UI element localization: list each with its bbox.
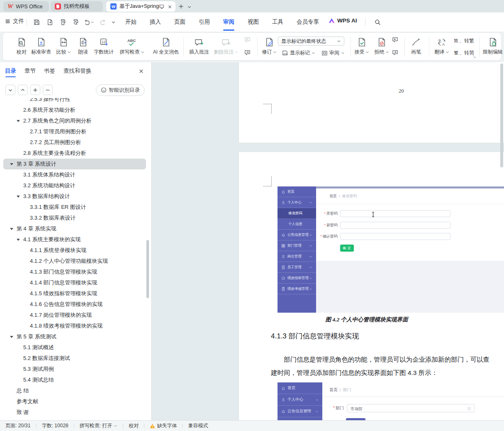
undo-chevron-icon[interactable] bbox=[90, 18, 95, 26]
expand-down-button[interactable] bbox=[5, 85, 15, 95]
menu-item[interactable]: 会员专享 bbox=[296, 18, 320, 26]
toc-item[interactable]: 4.1.8 绩效考核管理模块的实现 bbox=[0, 321, 149, 331]
previous-change-button[interactable] bbox=[392, 37, 399, 43]
expand-all-button[interactable] bbox=[30, 85, 40, 95]
toc-item[interactable]: 2.7.2 员工用例图分析 bbox=[0, 137, 149, 148]
admin-sidebar-item[interactable]: 个人中心 bbox=[278, 394, 322, 406]
toc-item[interactable]: 2.5.3 操作可行性 bbox=[0, 98, 149, 105]
admin-sidebar-item[interactable]: 员工管理 bbox=[278, 262, 316, 273]
print-preview-button[interactable] bbox=[71, 18, 80, 26]
export-button[interactable] bbox=[46, 18, 54, 26]
wps-ai-menu[interactable]: WPS AI bbox=[329, 17, 357, 24]
menu-item[interactable]: 页面 bbox=[173, 18, 186, 26]
simplified-to-traditional-button[interactable]: 简→ 转繁 bbox=[454, 37, 474, 44]
tab-wps-office[interactable]: W WPS Office bbox=[3, 1, 49, 12]
spellcheck-toggle[interactable]: 拼写检查: 打开 bbox=[80, 422, 118, 429]
toc-item[interactable]: 第 3 章 系统设计 bbox=[3, 159, 146, 169]
missing-font-warning[interactable]: 缺失字体 bbox=[150, 422, 177, 429]
word-count-indicator[interactable]: 字数: 10028 bbox=[42, 422, 68, 429]
show-markup-button[interactable]: 显示标记 bbox=[282, 49, 315, 56]
share-to-screen-icon[interactable] bbox=[158, 2, 166, 11]
print-button[interactable] bbox=[58, 18, 67, 26]
confirm-password-input[interactable] bbox=[340, 233, 450, 240]
toc-item[interactable]: 3.3.2 数据库表设计 bbox=[0, 213, 149, 223]
standard-review-button[interactable]: 标准审查 bbox=[29, 36, 54, 59]
tab-docer-templates[interactable]: 找稻壳模板 bbox=[51, 1, 103, 12]
toc-item[interactable]: 2.6 系统开发功能分析 bbox=[0, 105, 149, 115]
next-comment-button[interactable] bbox=[244, 49, 251, 56]
track-changes-button[interactable]: 修订 bbox=[260, 36, 278, 59]
toc-item[interactable]: 第 5 章 系统测试 bbox=[0, 331, 149, 342]
file-menu[interactable]: 文件 bbox=[5, 17, 24, 25]
toc-collapse-arrow[interactable] bbox=[10, 163, 13, 165]
page-indicator[interactable]: 页面: 20/31 bbox=[5, 422, 31, 429]
toc-item[interactable]: 4.1.3 部门信息管理模块实现 bbox=[0, 267, 149, 277]
toc-collapse-arrow[interactable] bbox=[17, 120, 20, 122]
group-expand-icon[interactable]: ↘ bbox=[473, 55, 476, 59]
toc-item[interactable]: 2.7.1 管理员用例图分析 bbox=[0, 126, 149, 137]
compare-button[interactable]: 比较 bbox=[53, 36, 74, 59]
compatibility-mode-indicator[interactable]: 兼容模式 bbox=[188, 422, 208, 429]
toc-item[interactable]: 4.1.6 公告信息管理模块的实现 bbox=[0, 299, 149, 310]
review-pane-button[interactable]: 审阅 bbox=[321, 49, 345, 56]
admin-sidebar-item[interactable]: 部门管理 bbox=[278, 240, 316, 251]
menu-item[interactable]: 工具 bbox=[271, 18, 284, 26]
menu-item[interactable]: 插入 bbox=[149, 18, 162, 26]
admin-sidebar-item[interactable]: 首页 bbox=[278, 382, 322, 394]
menu-item[interactable]: 审阅 bbox=[222, 18, 235, 26]
toc-item[interactable]: 4.1.2 个人中心管理功能模块实现 bbox=[0, 256, 149, 267]
new-tab-icon[interactable] bbox=[177, 2, 185, 10]
toc-item[interactable]: 2.8 系统主要业务流程分析 bbox=[0, 148, 149, 159]
admin-sidebar-item[interactable]: 个人中心 bbox=[278, 197, 316, 208]
clear-input-icon[interactable] bbox=[467, 407, 471, 411]
admin-sidebar-item[interactable]: 岗位管理 bbox=[278, 251, 316, 262]
toc-scrollbar-thumb[interactable] bbox=[146, 240, 149, 298]
save-button[interactable] bbox=[32, 18, 41, 26]
admin-sidebar-item[interactable]: 首页 bbox=[278, 186, 316, 197]
toc-item[interactable]: 5.2 数据库连接测试 bbox=[0, 353, 149, 364]
insert-comment-button[interactable]: 插入批注 bbox=[187, 36, 211, 59]
menu-item[interactable]: 引用 bbox=[198, 18, 211, 26]
toc-collapse-arrow[interactable] bbox=[17, 196, 20, 198]
collapse-up-button[interactable] bbox=[18, 85, 28, 95]
next-change-button[interactable] bbox=[392, 49, 399, 56]
toc-item[interactable]: 3.3.1 数据库 ER 图设计 bbox=[0, 202, 149, 213]
smart-recognize-toc-button[interactable]: 智能识别目录 bbox=[96, 84, 145, 96]
menu-item[interactable]: 视图 bbox=[247, 18, 260, 26]
toc-collapse-arrow[interactable] bbox=[17, 239, 20, 241]
read-aloud-button[interactable]: 朗读 bbox=[73, 36, 93, 59]
reject-button[interactable]: 拒绝 bbox=[372, 36, 391, 59]
ai-polish-button[interactable]: AI 全文润色 bbox=[151, 36, 181, 59]
collapse-all-button[interactable] bbox=[43, 85, 53, 95]
toc-item[interactable]: 致 谢 bbox=[0, 407, 149, 418]
quickbar-chevron-icon[interactable] bbox=[109, 18, 117, 26]
admin-sidebar-item[interactable]: 公告信息管理 bbox=[278, 230, 316, 240]
restrict-editing-button[interactable]: 限制编辑 bbox=[482, 36, 504, 59]
word-count-button[interactable]: 12 字数统计 bbox=[92, 36, 116, 59]
admin-sidebar-item[interactable]: 个人信息 bbox=[278, 219, 316, 230]
translate-button[interactable]: 文A 翻译 bbox=[432, 36, 452, 59]
menu-item[interactable]: 开始 bbox=[124, 18, 137, 26]
new-password-input[interactable] bbox=[340, 222, 450, 229]
markup-state-dropdown[interactable]: 显示标记的最终状态 bbox=[278, 37, 344, 46]
close-panel-icon[interactable] bbox=[137, 67, 145, 75]
admin-sidebar-item[interactable]: 绩效考核管理 bbox=[278, 284, 316, 294]
proofread-status[interactable]: 校对 bbox=[129, 422, 139, 429]
toc-item[interactable]: 4.1.4 部门信息管理模块实现 bbox=[0, 277, 149, 288]
toc-item[interactable]: 3.2 系统功能结构设计 bbox=[0, 180, 149, 191]
tab-list-chevron-icon[interactable] bbox=[185, 2, 193, 11]
search-icon[interactable] bbox=[373, 18, 382, 26]
spell-check-button[interactable]: ABC 拼写检查 bbox=[119, 36, 145, 59]
toc-item[interactable]: 3.1 系统体系结构设计 bbox=[0, 169, 149, 180]
tab-chapters[interactable]: 章节 bbox=[24, 67, 36, 77]
tab-contents[interactable]: 目录 bbox=[5, 67, 16, 77]
toc-item[interactable]: 4.1.7 岗位管理模块的实现 bbox=[0, 310, 149, 321]
tab-find-replace[interactable]: 查找和替换 bbox=[63, 67, 92, 77]
toc-item[interactable]: 第 4 章 系统实现 bbox=[0, 223, 149, 234]
document-area[interactable]: 20 首页/ 修改密码 *原密码 bbox=[152, 62, 504, 420]
toc-item[interactable]: 3.3 数据库结构设计 bbox=[0, 191, 149, 202]
toc-item[interactable]: 总 结 bbox=[0, 385, 149, 396]
toc-collapse-arrow[interactable] bbox=[10, 336, 13, 338]
toc-item[interactable]: 4.1 系统主要模块的实现 bbox=[0, 234, 149, 245]
ink-pen-button[interactable]: 画笔 bbox=[407, 36, 425, 59]
